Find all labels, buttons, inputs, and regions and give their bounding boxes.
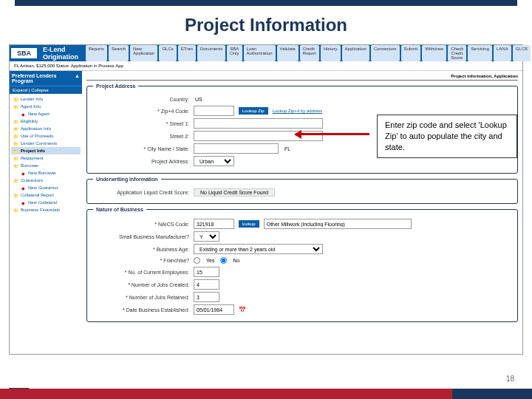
toolbar-reports[interactable]: Reports [86, 45, 107, 61]
folder-icon: 📁 [13, 103, 18, 109]
business-age-label: * Business Age: [93, 247, 189, 252]
diamond-icon: ◆ [20, 200, 26, 205]
nav-label: Eligibility [21, 119, 38, 123]
collapse-link[interactable]: Collapse [31, 88, 48, 92]
country-label: Country: [93, 97, 189, 102]
footer-bar [0, 389, 532, 399]
toolbar-connectors[interactable]: Connectors [371, 45, 400, 61]
toolbar-glcs[interactable]: GLCs [159, 45, 176, 61]
nav-lender-comments[interactable]: 📁Lender Comments [11, 140, 81, 147]
toolbar-new-application[interactable]: New Application [130, 45, 157, 61]
business-age-select[interactable]: Existing or more than 2 years old [194, 244, 323, 254]
toolbar-validate[interactable]: Validate [277, 45, 299, 61]
lookup-zip-button[interactable]: Lookup Zip [239, 107, 268, 115]
nav-label: New Borrower [28, 171, 56, 175]
nav-repayment[interactable]: 📁Repayment [11, 154, 81, 162]
toolbar-history[interactable]: History [321, 45, 341, 61]
project-addr-label: Project Address: [93, 159, 189, 164]
diamond-icon: ◆ [20, 185, 26, 191]
franchise-no-radio[interactable] [220, 257, 227, 264]
nav-label: Collateral Report [21, 193, 54, 197]
employees-input[interactable] [194, 267, 219, 277]
nav-label: New Collateral [28, 200, 57, 205]
top-toolbar: SBA E-Lend Origination ReportsSearchNew … [10, 45, 522, 61]
nav-use-of-proceeds[interactable]: 📁Use of Proceeds [11, 132, 81, 140]
nav-application-info[interactable]: 📁Application Info [11, 125, 81, 132]
franchise-yes-radio[interactable] [194, 257, 200, 264]
calendar-icon[interactable]: 📅 [239, 307, 246, 313]
toolbar-glcs[interactable]: GLCS [513, 45, 531, 61]
nav-business-financials[interactable]: 📁Business Financials [11, 206, 81, 214]
slide-title: Project Information [15, 0, 517, 41]
nav-eligibility[interactable]: 📁Eligibility [11, 117, 81, 125]
toolbar-search[interactable]: Search [109, 45, 129, 61]
date-est-input[interactable] [194, 304, 234, 315]
zip-input[interactable] [194, 106, 234, 116]
toolbar-credit-report[interactable]: Credit Report [300, 45, 319, 61]
toolbar-etran[interactable]: ETran [178, 45, 196, 61]
toolbar-buttons: ReportsSearchNew ApplicationGLCsETranDoc… [86, 45, 532, 61]
expand-link[interactable]: Expand [13, 88, 27, 92]
sidebar-expand-collapse[interactable]: Expand | Collapse [10, 86, 82, 94]
nav-new-agent[interactable]: ◆New Agent [11, 110, 81, 117]
nav-collateral-report[interactable]: 📁Collateral Report [11, 191, 81, 199]
manuf-label: Small Business Manufacturer? [93, 234, 189, 239]
manuf-select[interactable]: Y [194, 231, 219, 242]
collapse-icon[interactable]: ▲ [75, 73, 80, 83]
diamond-icon: ◆ [20, 170, 26, 176]
nature-business-fieldset: Nature of Business * NAICS Code:lookup S… [86, 207, 518, 322]
toolbar-withdraw[interactable]: Withdraw [422, 45, 446, 61]
toolbar-servicing[interactable]: Servicing [468, 45, 492, 61]
nav-lender-info[interactable]: 📁Lender Info [11, 95, 81, 103]
country-value: US [194, 95, 204, 103]
app-name: E-Lend Origination [43, 46, 78, 61]
franchise-yes-label: Yes [205, 256, 216, 265]
nav-label: Business Financials [21, 208, 60, 212]
naics-lookup-button[interactable]: lookup [239, 220, 259, 228]
nav-project-info[interactable]: 📁Project Info [11, 147, 81, 154]
nav-guarantors[interactable]: 📁Guarantors [11, 177, 81, 184]
jobs-retained-input[interactable] [194, 292, 219, 302]
folder-icon: 📁 [13, 96, 18, 102]
nav-label: Guarantors [21, 178, 43, 183]
app-breadcrumb: FL Artisan, $125,000 Status: Application… [10, 61, 522, 71]
liquid-score-label: Application Liquid Credit Score: [93, 190, 189, 195]
underwriting-fieldset: Underwriting Information Application Liq… [86, 177, 518, 204]
folder-icon: 📁 [13, 177, 18, 183]
street1-input[interactable] [194, 118, 323, 129]
project-addr-select[interactable]: Urban [194, 156, 234, 166]
nav-new-collateral[interactable]: ◆New Collateral [11, 199, 81, 206]
nature-business-legend: Nature of Business [93, 207, 146, 212]
project-address-legend: Project Address [93, 83, 138, 89]
nav-agent-info[interactable]: 📁Agent Info [11, 103, 81, 110]
toolbar-loan-authorization[interactable]: Loan Authorization [244, 45, 276, 61]
nav-label: Repayment [21, 156, 44, 160]
nav-borrower[interactable]: 📁Borrower [11, 162, 81, 169]
naics-input[interactable] [194, 219, 234, 229]
toolbar-check-credit-score[interactable]: Check Credit Score [448, 45, 466, 61]
toolbar-documents[interactable]: Documents [197, 45, 225, 61]
folder-icon: 📁 [13, 207, 18, 213]
nav-label: Use of Proceeds [21, 134, 53, 138]
street2-label: Street 2: [93, 134, 189, 139]
nav-tree: 📁Lender Info📁Agent Info◆New Agent📁Eligib… [10, 94, 82, 215]
section-breadcrumb: Project Information, Application [86, 72, 518, 81]
nav-label: Borrower [21, 163, 38, 168]
lookup-zip4-link[interactable]: Lookup Zip+4 by address [273, 109, 323, 113]
toolbar-lana[interactable]: LANA [494, 45, 511, 61]
nav-label: New Guarantor [28, 185, 58, 190]
folder-icon: 📁 [13, 163, 18, 168]
toolbar-sba-only[interactable]: SBA Only [227, 45, 242, 61]
nav-new-guarantor[interactable]: ◆New Guarantor [11, 184, 81, 191]
sidebar-header: Preferred Lenders Program▲ [10, 71, 82, 86]
nav-new-borrower[interactable]: ◆New Borrower [11, 169, 81, 177]
franchise-no-label: No [231, 256, 241, 265]
city-input[interactable] [194, 143, 279, 154]
date-est-label: * Date Business Established: [93, 307, 189, 313]
zip-label: * Zip+4 Code: [93, 109, 189, 114]
underwriting-legend: Underwriting Information [93, 177, 161, 182]
toolbar-submit[interactable]: Submit [401, 45, 421, 61]
folder-icon: 📁 [13, 192, 18, 198]
jobs-created-input[interactable] [194, 279, 219, 290]
toolbar-application[interactable]: Application [342, 45, 369, 61]
